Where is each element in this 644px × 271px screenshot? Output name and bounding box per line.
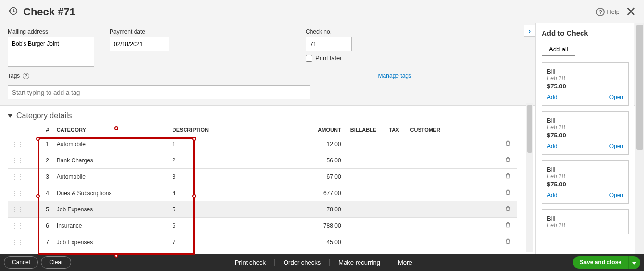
row-description[interactable]: 1 (169, 136, 284, 152)
drag-handle-icon[interactable]: ⋮⋮ (12, 173, 23, 180)
row-category[interactable]: Bank Charges (53, 152, 169, 169)
table-row[interactable]: ⋮⋮6Insurance6788.00 (8, 218, 517, 234)
row-amount[interactable]: 788.00 (284, 218, 345, 234)
more-link[interactable]: More (389, 259, 421, 266)
history-icon[interactable] (8, 6, 18, 18)
main-scroll-thumb[interactable] (527, 105, 532, 153)
drag-handle-icon[interactable]: ⋮⋮ (12, 239, 23, 246)
table-row[interactable]: ⋮⋮3Automobile367.00 (8, 169, 517, 185)
table-row[interactable]: ⋮⋮2Bank Charges256.00 (8, 152, 517, 169)
row-description[interactable]: 3 (169, 169, 284, 185)
row-description[interactable]: 2 (169, 152, 284, 169)
row-customer[interactable] (407, 218, 501, 234)
row-billable[interactable] (345, 234, 382, 250)
drag-handle-icon[interactable]: ⋮⋮ (12, 141, 23, 148)
print-later-input[interactable] (306, 55, 312, 62)
row-customer[interactable] (407, 136, 501, 152)
delete-row-icon[interactable] (505, 207, 511, 213)
close-icon[interactable]: ✕ (625, 4, 636, 20)
tags-help-icon[interactable]: ? (23, 73, 29, 79)
row-tax[interactable] (382, 201, 406, 218)
row-category[interactable]: Automobile (53, 169, 169, 185)
row-amount[interactable]: 56.00 (284, 152, 345, 169)
bill-open-link[interactable]: Open (609, 143, 623, 149)
cancel-button[interactable]: Cancel (4, 256, 38, 269)
right-scroll-thumb[interactable] (636, 25, 643, 150)
row-billable[interactable] (345, 169, 382, 185)
drawer-title: Add to Check (542, 29, 629, 37)
drawer-toggle[interactable]: › (524, 25, 535, 37)
clear-button[interactable]: Clear (41, 256, 71, 269)
delete-row-icon[interactable] (505, 174, 511, 181)
bill-add-link[interactable]: Add (547, 143, 557, 149)
save-dropdown[interactable] (628, 256, 640, 269)
row-tax[interactable] (382, 136, 406, 152)
delete-row-icon[interactable] (505, 141, 511, 148)
bill-add-link[interactable]: Add (547, 94, 557, 100)
help-link[interactable]: ? Help (596, 8, 619, 16)
table-row[interactable]: ⋮⋮5Job Expenses578.00 (8, 201, 517, 218)
row-amount[interactable]: 677.00 (284, 185, 345, 201)
make-recurring-link[interactable]: Make recurring (330, 259, 389, 266)
drag-handle-icon[interactable]: ⋮⋮ (12, 190, 23, 197)
row-description[interactable]: 4 (169, 185, 284, 201)
row-tax[interactable] (382, 152, 406, 169)
row-amount[interactable]: 12.00 (284, 136, 345, 152)
table-row[interactable]: ⋮⋮4Dues & Subscriptions4677.00 (8, 185, 517, 201)
row-tax[interactable] (382, 169, 406, 185)
row-billable[interactable] (345, 201, 382, 218)
col-tax: TAX (382, 124, 406, 136)
delete-row-icon[interactable] (505, 158, 511, 164)
manage-tags-link[interactable]: Manage tags (378, 73, 411, 79)
bill-card: BillFeb 18 (542, 209, 629, 234)
bill-open-link[interactable]: Open (609, 94, 623, 100)
mailing-label: Mailing address (8, 28, 94, 35)
row-description[interactable]: 6 (169, 218, 284, 234)
tags-input[interactable] (8, 85, 310, 99)
row-category[interactable]: Job Expenses (53, 201, 169, 218)
bill-type: Bill (547, 117, 623, 124)
row-amount[interactable]: 45.00 (284, 234, 345, 250)
save-button[interactable]: Save and close (573, 256, 628, 269)
row-billable[interactable] (345, 185, 382, 201)
row-customer[interactable] (407, 185, 501, 201)
mailing-address-input[interactable] (8, 37, 94, 67)
row-billable[interactable] (345, 218, 382, 234)
row-customer[interactable] (407, 201, 501, 218)
delete-row-icon[interactable] (505, 190, 511, 197)
row-customer[interactable] (407, 169, 501, 185)
print-later-checkbox[interactable]: Print later (306, 54, 352, 62)
row-tax[interactable] (382, 185, 406, 201)
drag-handle-icon[interactable]: ⋮⋮ (12, 206, 23, 213)
col-num: # (28, 124, 53, 136)
delete-row-icon[interactable] (505, 239, 511, 246)
order-checks-link[interactable]: Order checks (275, 259, 330, 266)
delete-row-icon[interactable] (505, 223, 511, 230)
row-description[interactable]: 7 (169, 234, 284, 250)
col-billable: BILLABLE (345, 124, 382, 136)
row-amount[interactable]: 67.00 (284, 169, 345, 185)
row-billable[interactable] (345, 152, 382, 169)
row-customer[interactable] (407, 234, 501, 250)
payment-date-input[interactable] (110, 37, 169, 51)
bill-card: BillFeb 18$75.00AddOpen (542, 111, 629, 155)
add-all-button[interactable]: Add all (542, 43, 575, 56)
row-category[interactable]: Automobile (53, 136, 169, 152)
row-category[interactable]: Dues & Subscriptions (53, 185, 169, 201)
print-check-link[interactable]: Print check (226, 259, 275, 266)
row-amount[interactable]: 78.00 (284, 201, 345, 218)
row-billable[interactable] (345, 136, 382, 152)
row-category[interactable]: Job Expenses (53, 234, 169, 250)
row-description[interactable]: 5 (169, 201, 284, 218)
bill-add-link[interactable]: Add (547, 192, 557, 198)
drag-handle-icon[interactable]: ⋮⋮ (12, 157, 23, 164)
row-customer[interactable] (407, 152, 501, 169)
table-row[interactable]: ⋮⋮1Automobile112.00 (8, 136, 517, 152)
row-tax[interactable] (382, 234, 406, 250)
table-row[interactable]: ⋮⋮7Job Expenses745.00 (8, 234, 517, 250)
row-tax[interactable] (382, 218, 406, 234)
check-no-input[interactable] (306, 37, 352, 51)
row-category[interactable]: Insurance (53, 218, 169, 234)
bill-open-link[interactable]: Open (609, 192, 623, 198)
drag-handle-icon[interactable]: ⋮⋮ (12, 222, 23, 229)
